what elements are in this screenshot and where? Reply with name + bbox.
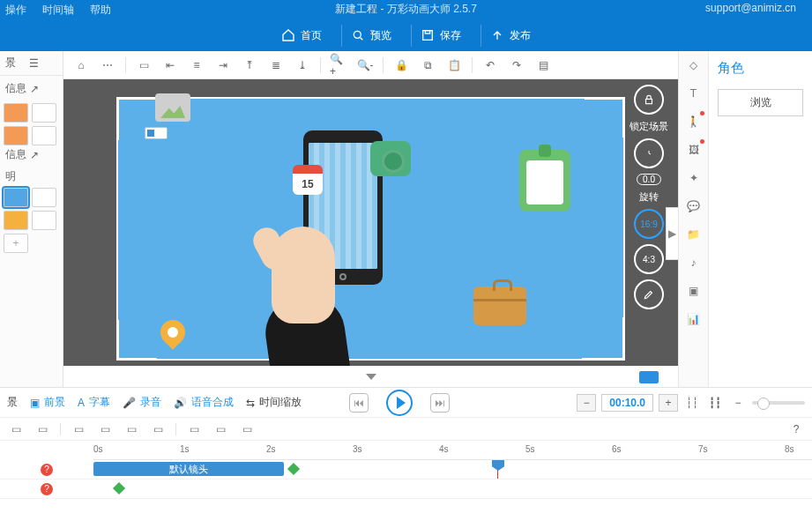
browse-button[interactable]: 浏览 bbox=[718, 89, 803, 116]
scene-thumb[interactable] bbox=[4, 188, 28, 207]
tl-record[interactable]: 🎤 录音 bbox=[123, 395, 161, 410]
tl-tool-icon[interactable]: ▭ bbox=[149, 420, 167, 438]
briefcase-graphic[interactable] bbox=[473, 286, 526, 325]
tl-subtitle[interactable]: A 字幕 bbox=[78, 395, 110, 410]
align-right-icon[interactable]: ⇥ bbox=[214, 56, 232, 74]
ruler-tick: 3s bbox=[353, 444, 362, 454]
calendar-icon[interactable]: 15 bbox=[293, 165, 323, 195]
edit-button[interactable] bbox=[634, 279, 664, 309]
paste-icon[interactable]: 📋 bbox=[445, 56, 463, 74]
zoom-in-icon[interactable]: 🔍+ bbox=[330, 56, 347, 74]
chevron-down-icon[interactable] bbox=[366, 374, 376, 380]
text-icon[interactable]: T bbox=[685, 85, 703, 102]
tl-foreground[interactable]: ▣ 前景 bbox=[30, 395, 65, 410]
ratio-16-9[interactable]: 16:9 bbox=[634, 209, 664, 239]
chart-icon[interactable]: 📊 bbox=[685, 310, 703, 328]
home-icon[interactable]: ⌂ bbox=[72, 56, 90, 74]
scene-thumb[interactable] bbox=[4, 103, 28, 123]
prev-frame-button[interactable]: ⏮ bbox=[349, 393, 369, 413]
tl-zoom[interactable]: ⇆ 时间缩放 bbox=[246, 395, 302, 410]
lock-scene-button[interactable] bbox=[634, 85, 664, 115]
scene-thumb[interactable] bbox=[32, 103, 56, 123]
background-button[interactable] bbox=[639, 371, 659, 383]
scene-thumb[interactable] bbox=[32, 188, 56, 207]
scene-tab[interactable]: 景 bbox=[5, 56, 16, 71]
camera-graphic[interactable] bbox=[370, 141, 411, 176]
scene-panel: 景 ☰ 信息↗ 信息↗ 明 + bbox=[0, 51, 63, 387]
time-minus[interactable]: − bbox=[577, 394, 596, 412]
scene-thumb[interactable] bbox=[32, 211, 56, 230]
tl-tts[interactable]: 🔊 语音合成 bbox=[174, 395, 234, 410]
tl-scene[interactable]: 景 bbox=[7, 395, 18, 410]
time-ruler[interactable]: 0s1s2s3s4s5s6s7s8s bbox=[93, 441, 812, 460]
music-icon[interactable]: ♪ bbox=[685, 254, 703, 271]
help-badge[interactable]: ? bbox=[41, 483, 53, 495]
align-top-icon[interactable]: ⤒ bbox=[241, 56, 258, 74]
scene-thumb[interactable] bbox=[4, 126, 28, 145]
time-plus[interactable]: + bbox=[659, 394, 678, 412]
ruler-tick: 8s bbox=[785, 444, 794, 454]
keyframe[interactable] bbox=[287, 463, 300, 475]
image-placeholder-icon[interactable] bbox=[155, 93, 190, 122]
title-bar: 操作 时间轴 帮助 新建工程 - 万彩动画大师 2.5.7 support@an… bbox=[0, 0, 812, 51]
timeline-tracks[interactable]: 0s1s2s3s4s5s6s7s8s ? 默认镜头 ? bbox=[0, 441, 812, 528]
align-center-icon[interactable]: ≡ bbox=[188, 56, 205, 74]
snap2-icon[interactable]: ┇┇ bbox=[706, 394, 724, 412]
tl-tool-icon[interactable]: ▭ bbox=[34, 420, 51, 438]
tl-tool-icon[interactable]: ▭ bbox=[96, 420, 114, 438]
rect-icon[interactable]: ▭ bbox=[135, 56, 153, 74]
redo-icon[interactable]: ↷ bbox=[508, 56, 525, 74]
align-bot-icon[interactable]: ⤓ bbox=[294, 56, 311, 74]
tl-tool-icon[interactable]: ▭ bbox=[238, 420, 256, 438]
camera-clip[interactable]: 默认镜头 bbox=[93, 462, 284, 476]
right-panel: 角色 浏览 bbox=[708, 51, 812, 387]
home-button[interactable]: 首页 bbox=[272, 25, 331, 47]
support-link[interactable]: support@animiz.cn bbox=[705, 2, 796, 14]
layer-icon[interactable]: ▤ bbox=[534, 56, 552, 74]
canvas[interactable]: 15 锁定场景 0.0 旋转 16:9 4:3 ▶ bbox=[63, 79, 678, 387]
tl-zoom-out-icon[interactable]: − bbox=[729, 394, 747, 412]
tl-tool-icon[interactable]: ▭ bbox=[7, 420, 25, 438]
align-left-icon[interactable]: ⇤ bbox=[161, 56, 179, 74]
align-mid-icon[interactable]: ≣ bbox=[267, 56, 285, 74]
add-scene[interactable]: + bbox=[4, 234, 28, 253]
tl-tool-icon[interactable]: ▭ bbox=[185, 420, 203, 438]
more-icon[interactable]: ⋯ bbox=[99, 56, 116, 74]
shapes-icon[interactable]: ◇ bbox=[685, 56, 703, 74]
tl-tool-icon[interactable]: ▭ bbox=[70, 420, 87, 438]
map-pin-graphic[interactable] bbox=[155, 315, 190, 350]
keyframe[interactable] bbox=[113, 482, 125, 495]
video-icon[interactable]: ▣ bbox=[685, 282, 703, 300]
copy-icon[interactable]: ⧉ bbox=[419, 56, 436, 74]
hand-graphic[interactable] bbox=[242, 218, 356, 368]
preview-button[interactable]: 预览 bbox=[341, 25, 400, 47]
publish-button[interactable]: 发布 bbox=[480, 25, 540, 47]
svg-rect-2 bbox=[425, 31, 429, 33]
zoom-slider[interactable] bbox=[752, 401, 805, 405]
callout-icon[interactable]: 💬 bbox=[685, 197, 703, 215]
scene-thumb[interactable] bbox=[4, 211, 28, 230]
folder-icon[interactable]: 📁 bbox=[685, 226, 703, 243]
snap-icon[interactable]: ┆┆ bbox=[683, 394, 701, 412]
camera-label-icon[interactable] bbox=[145, 127, 168, 139]
playhead[interactable] bbox=[497, 460, 498, 479]
tl-tool-icon[interactable]: ▭ bbox=[212, 420, 229, 438]
undo-icon[interactable]: ↶ bbox=[481, 56, 499, 74]
zoom-out-icon[interactable]: 🔍- bbox=[356, 56, 374, 74]
tl-help-icon[interactable]: ? bbox=[787, 420, 805, 438]
expand-handle[interactable]: ▶ bbox=[666, 207, 678, 260]
tl-tool-icon[interactable]: ▭ bbox=[123, 420, 140, 438]
scene-thumb[interactable] bbox=[32, 126, 56, 145]
next-frame-button[interactable]: ⏭ bbox=[430, 393, 450, 413]
rotation-dial[interactable] bbox=[634, 138, 664, 168]
save-button[interactable]: 保存 bbox=[411, 25, 470, 47]
list-icon[interactable]: ☰ bbox=[25, 55, 42, 72]
clipboard-graphic[interactable] bbox=[519, 150, 570, 212]
image-icon[interactable]: 🖼 bbox=[685, 141, 703, 159]
ratio-4-3[interactable]: 4:3 bbox=[634, 244, 664, 274]
play-button[interactable] bbox=[386, 390, 413, 416]
lock-icon[interactable]: 🔒 bbox=[392, 56, 410, 74]
help-badge[interactable]: ? bbox=[41, 464, 53, 476]
effects-icon[interactable]: ✦ bbox=[685, 169, 703, 187]
character-icon[interactable]: 🚶 bbox=[685, 113, 703, 130]
